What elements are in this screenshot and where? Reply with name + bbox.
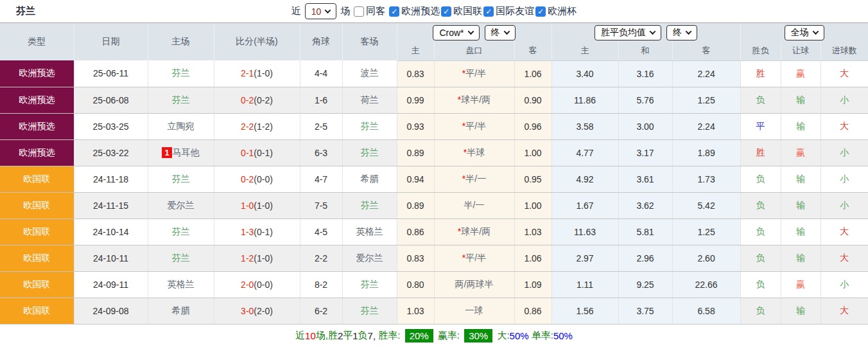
ah-home-odds-cell: 0.93 <box>397 113 434 139</box>
fulltime-score: 0-2 <box>241 174 254 184</box>
away-team-name: 荷兰 <box>361 94 379 105</box>
summary-part: 30% <box>464 329 492 343</box>
col-header-score: 比分(半场) <box>214 23 300 60</box>
ah-away-odds-cell: 1.09 <box>514 271 551 298</box>
bookmaker-select-value: Crow* <box>439 28 464 38</box>
filter-checkbox-欧洲杯[interactable]: ✓欧洲杯 <box>535 5 577 17</box>
match-rows: 欧洲预选 25-06-11 芬兰 2-1(1-0) 4-4 波兰 0.83 *平… <box>0 60 868 324</box>
goals-result-value: 大 <box>840 121 849 131</box>
odds-away-cell: 1.25 <box>672 218 740 245</box>
filter-checkbox-国际友谊[interactable]: ✓国际友谊 <box>483 5 534 17</box>
score-cell: 2-1(1-0) <box>214 60 300 87</box>
same-venue-label: 同客 <box>366 5 385 17</box>
home-team-name: 马耳他 <box>173 147 200 157</box>
result-cell: 负 <box>740 245 781 271</box>
ah-line-text: 球半/两 <box>461 94 490 105</box>
odds-type-select[interactable]: 胜平负均值 <box>595 25 661 40</box>
away-team-cell: 芬兰 <box>342 139 397 166</box>
competition-cell: 欧国联 <box>0 245 74 271</box>
odds-away-cell: 1.89 <box>672 139 740 166</box>
ah-away-odds-cell: 0.90 <box>514 87 551 113</box>
goals-result-cell: 大 <box>820 245 868 271</box>
home-team-name: 芬兰 <box>172 94 190 105</box>
subheader-ah-away: 客 <box>514 42 551 60</box>
col-header-home: 主场 <box>148 23 214 60</box>
halftime-score: (1-0) <box>254 200 273 211</box>
summary-part: 7, <box>368 330 379 341</box>
summary-part: 胜率: <box>378 330 403 342</box>
summary-part: 赢率: <box>435 330 463 342</box>
ah-line-text: 平/半 <box>465 253 486 263</box>
competition-cell: 欧国联 <box>0 271 74 298</box>
summary-part: 10 <box>305 330 316 341</box>
odds-home-cell: 2.97 <box>551 245 618 271</box>
rank-badge: 1 <box>162 147 171 158</box>
matches-table: 类型 日期 主场 比分(半场) 角球 客场 Crow* 终 <box>0 23 868 325</box>
subheader-odds-away: 客 <box>672 42 740 60</box>
away-team-cell: 芬兰 <box>342 192 397 218</box>
bookmaker-select[interactable]: Crow* <box>433 25 479 40</box>
goals-result-value: 大 <box>840 253 849 263</box>
score-cell: 1-0(1-0) <box>214 192 300 218</box>
competition-cell: 欧洲预选 <box>0 87 74 113</box>
summary-part: 负 <box>358 330 368 342</box>
goals-result-value: 大 <box>840 68 849 78</box>
handicap-result-cell: 赢 <box>781 60 820 87</box>
summary-part: 50% <box>510 330 529 341</box>
summary-part: 单率: <box>529 330 553 342</box>
filter-checkbox-欧国联[interactable]: ✓欧国联 <box>441 5 482 17</box>
odds-home-cell: 11.63 <box>551 218 618 245</box>
table-row: 欧国联 24-09-08 希腊 3-0(2-0) 6-2 芬兰 1.03 一球 … <box>0 298 868 324</box>
same-venue-checkbox[interactable]: 同客 <box>354 5 385 17</box>
handicap-result-value: 输 <box>796 253 805 263</box>
date-cell: 25-03-25 <box>74 113 148 139</box>
fulltime-score: 2-1 <box>241 68 254 78</box>
date-cell: 25-03-22 <box>74 139 148 166</box>
handicap-result-value: 输 <box>796 94 805 105</box>
matches-label: 场 <box>340 5 350 17</box>
away-team-name: 芬兰 <box>361 200 379 210</box>
col-header-date: 日期 <box>74 23 148 60</box>
away-team-cell: 希腊 <box>342 166 397 192</box>
checkbox-icon: ✓ <box>389 6 399 17</box>
home-team-name: 希腊 <box>172 305 190 316</box>
handicap-result-cell: 输 <box>781 218 820 245</box>
odds-time-select[interactable]: 终 <box>666 25 697 40</box>
ah-line-cell: *球半/两 <box>434 218 514 245</box>
scope-select[interactable]: 全场 <box>785 25 824 40</box>
odds-draw-cell: 5.81 <box>618 218 672 245</box>
bookmaker-time-select[interactable]: 终 <box>485 25 516 40</box>
halftime-score: (0-1) <box>254 148 273 158</box>
subheader-goals: 进球数 <box>820 42 868 60</box>
odds-time-value: 终 <box>673 27 682 39</box>
recent-count-select[interactable]: 10 <box>305 3 337 19</box>
goals-result-cell: 大 <box>820 113 868 139</box>
checkbox-icon: ✓ <box>441 6 451 17</box>
ah-home-odds-cell: 0.80 <box>397 271 434 298</box>
ah-line-cell: 两/两球半 <box>434 271 514 298</box>
ah-away-odds-cell: 1.03 <box>514 218 551 245</box>
handicap-result-value: 输 <box>796 200 805 210</box>
away-team-cell: 英格兰 <box>342 218 397 245</box>
home-team-cell: 芬兰 <box>148 218 214 245</box>
competition-cell: 欧洲预选 <box>0 60 74 87</box>
summary-part: 平 <box>343 330 352 342</box>
result-cell: 平 <box>740 113 781 139</box>
halftime-score: (0-0) <box>254 280 273 290</box>
goals-result-value: 小 <box>840 279 849 289</box>
table-header: 类型 日期 主场 比分(半场) 角球 客场 Crow* 终 <box>0 23 868 60</box>
ah-away-odds-cell: 1.00 <box>514 192 551 218</box>
filter-checkbox-欧洲预选[interactable]: ✓欧洲预选 <box>389 5 440 17</box>
date-cell: 25-06-11 <box>74 60 148 87</box>
handicap-section-header: Crow* 终 <box>397 23 551 42</box>
odds-away-cell: 2.24 <box>672 60 740 87</box>
halftime-score: (2-0) <box>254 306 273 316</box>
halftime-score: (0-2) <box>254 95 273 105</box>
away-team-cell: 芬兰 <box>342 113 397 139</box>
away-team-name: 芬兰 <box>361 279 379 289</box>
competition-cell: 欧国联 <box>0 192 74 218</box>
ah-away-odds-cell: 1.00 <box>514 139 551 166</box>
score-cell: 1-2(1-0) <box>214 245 300 271</box>
subheader-odds-draw: 和 <box>618 42 672 60</box>
result-value: 负 <box>756 305 765 316</box>
